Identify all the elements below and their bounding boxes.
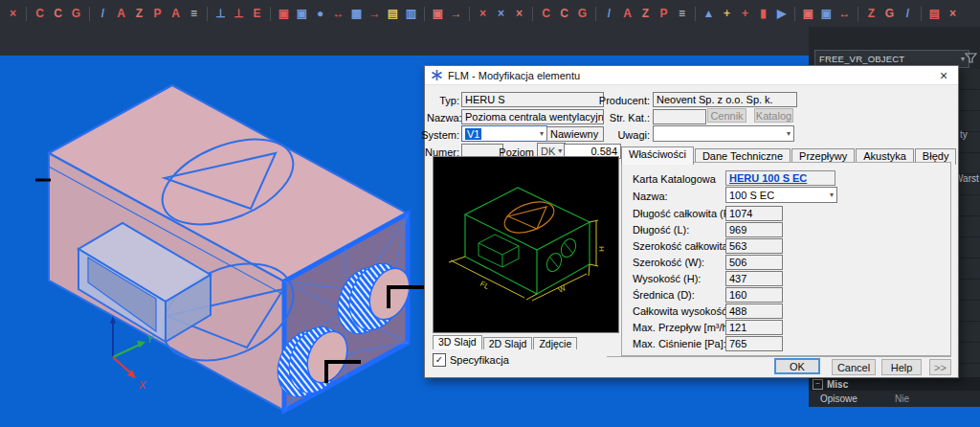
help-button[interactable]: Help — [881, 359, 922, 375]
toolbar-icon[interactable]: Z — [130, 5, 148, 23]
toolbar-icon[interactable]: C — [537, 5, 555, 23]
property-value-field[interactable]: 1074 — [725, 206, 783, 221]
cancel-button[interactable]: Cancel — [832, 359, 876, 375]
checkbox-checked-icon[interactable]: ✓ — [433, 353, 446, 367]
toolbar-icon[interactable]: × — [492, 5, 510, 23]
toolbar-icon[interactable]: ⊥ — [230, 5, 248, 23]
nazwa2-label: Nazwa: — [633, 191, 738, 202]
toolbar-icon[interactable]: ≡ — [673, 5, 691, 23]
toolbar-icon[interactable]: P — [655, 5, 673, 23]
property-value-field[interactable]: 488 — [725, 303, 783, 319]
toolbar-icon[interactable] — [528, 5, 537, 23]
property-value-field[interactable]: 160 — [725, 287, 783, 303]
toolbar-icon[interactable]: / — [94, 5, 112, 23]
toolbar-icon[interactable] — [85, 5, 94, 23]
chevron-down-icon[interactable]: ▾ — [537, 129, 546, 138]
more-button[interactable]: >> — [929, 359, 951, 375]
preview-tab[interactable]: 3D Slajd — [433, 335, 482, 349]
toolbar-icon[interactable] — [203, 5, 212, 23]
toolbar-icon[interactable]: ▲ — [700, 5, 718, 23]
toolbar-icon[interactable]: ▮ — [754, 5, 772, 23]
toolbar-icon[interactable]: Z — [636, 5, 655, 23]
toolbar-icon-glyph: ● — [317, 7, 323, 20]
ok-button[interactable]: OK — [774, 358, 820, 374]
collapse-icon[interactable]: − — [813, 379, 823, 390]
dialog-titlebar[interactable]: FLM - Modyfikacja elementu — [425, 66, 958, 85]
toolbar-icon[interactable]: A — [167, 5, 185, 23]
toolbar-icon[interactable]: ▣ — [817, 5, 835, 23]
strkat-field[interactable] — [653, 109, 706, 124]
toolbar-icon[interactable]: / — [899, 5, 917, 23]
toolbar-icon[interactable]: ↔ — [835, 5, 854, 23]
toolbar-icon[interactable] — [691, 5, 700, 23]
toolbar-icon[interactable]: + — [736, 5, 754, 23]
toolbar-icon[interactable]: × — [944, 5, 962, 23]
toolbar-icon[interactable]: × — [474, 5, 492, 23]
filter-funnel-icon[interactable] — [965, 52, 977, 64]
dialog-tab[interactable]: Właściwości — [621, 146, 694, 165]
palette-property-row[interactable]: Opisowe Nie — [809, 392, 980, 406]
toolbar-icon[interactable]: G — [67, 5, 85, 23]
katalog-button[interactable]: Katalog — [754, 108, 793, 123]
toolbar-icon[interactable]: ▤ — [925, 5, 944, 23]
karta-katalogowa-link[interactable]: HERU 100 S EC — [729, 172, 807, 184]
toolbar-icon[interactable]: ⊥ — [212, 5, 230, 23]
toolbar-icon[interactable]: ● — [311, 5, 329, 23]
toolbar-icon[interactable] — [917, 5, 925, 23]
toolbar-icon[interactable]: ▣ — [429, 5, 447, 23]
toolbar-icon[interactable]: / — [600, 5, 618, 23]
toolbar-icon[interactable]: × — [510, 5, 528, 23]
toolbar-icon[interactable]: C — [555, 5, 573, 23]
toolbar-icon[interactable]: × — [4, 5, 22, 23]
toolbar-icon-glyph: × — [516, 7, 523, 20]
toolbar-icon[interactable] — [420, 5, 429, 23]
toolbar-icon[interactable]: ▶ — [772, 5, 791, 23]
toolbar-icon-glyph: ▤ — [929, 7, 940, 20]
toolbar-icon[interactable] — [22, 5, 31, 23]
toolbar-icon[interactable]: G — [573, 5, 591, 23]
cennik-button[interactable]: Cennik — [707, 108, 746, 123]
toolbar-icon[interactable] — [266, 5, 275, 23]
toolbar-icon[interactable]: Z — [862, 5, 880, 23]
toolbar-icon[interactable]: P — [148, 5, 167, 23]
nazwa-field[interactable]: Pozioma centrala wentylacyjna Heru S — [461, 109, 604, 124]
toolbar-icon[interactable]: ▤ — [384, 5, 402, 23]
toolbar-icon[interactable]: ≡ — [185, 5, 203, 23]
close-icon[interactable]: × — [929, 66, 958, 84]
toolbar-icon[interactable] — [591, 5, 600, 23]
toolbar-icon[interactable]: G — [880, 5, 899, 23]
property-value-field[interactable]: 437 — [725, 271, 783, 286]
property-value-field[interactable]: 563 — [725, 238, 783, 254]
preview-tab[interactable]: 2D Slajd — [483, 337, 533, 349]
property-value-field[interactable]: 121 — [725, 320, 783, 335]
toolbar-icon[interactable]: ▣ — [799, 5, 817, 23]
toolbar-icon[interactable] — [465, 5, 474, 23]
system-combo[interactable]: V1 ▾ — [461, 125, 547, 142]
toolbar-icon[interactable]: → — [447, 5, 465, 23]
toolbar-icon[interactable]: A — [112, 5, 130, 23]
toolbar-icon[interactable]: ↔ — [329, 5, 347, 23]
toolbar-icon[interactable]: ▣ — [293, 5, 311, 23]
toolbar-icon[interactable]: A — [618, 5, 636, 23]
chevron-down-icon[interactable]: ▾ — [784, 129, 793, 138]
toolbar-icon[interactable]: E — [248, 5, 266, 23]
uwagi-combo[interactable]: ▾ — [653, 125, 794, 142]
property-value-field[interactable]: 765 — [725, 336, 783, 351]
typ-field[interactable]: HERU S — [461, 92, 604, 107]
toolbar-icon[interactable] — [854, 5, 862, 23]
chevron-down-icon[interactable]: ▾ — [827, 191, 836, 199]
toolbar-icon[interactable]: ▥ — [402, 5, 420, 23]
property-value-field[interactable]: 506 — [725, 255, 783, 270]
toolbar-icon[interactable]: ▦ — [347, 5, 366, 23]
ventilation-unit-model[interactable] — [35, 85, 424, 411]
nazwa-select[interactable]: 100 S EC ▾ — [725, 187, 837, 203]
toolbar-icon[interactable]: + — [718, 5, 736, 23]
property-value-field[interactable]: 969 — [725, 222, 783, 237]
toolbar-icon[interactable] — [791, 5, 799, 23]
misc-section-header[interactable]: − Misc — [809, 377, 980, 391]
toolbar-icon[interactable]: ▣ — [275, 5, 293, 23]
toolbar-icon[interactable]: C — [31, 5, 49, 23]
toolbar-icon[interactable]: C — [49, 5, 67, 23]
toolbar-icon[interactable]: → — [366, 5, 384, 23]
preview-tab[interactable]: Zdjęcie — [533, 337, 577, 349]
